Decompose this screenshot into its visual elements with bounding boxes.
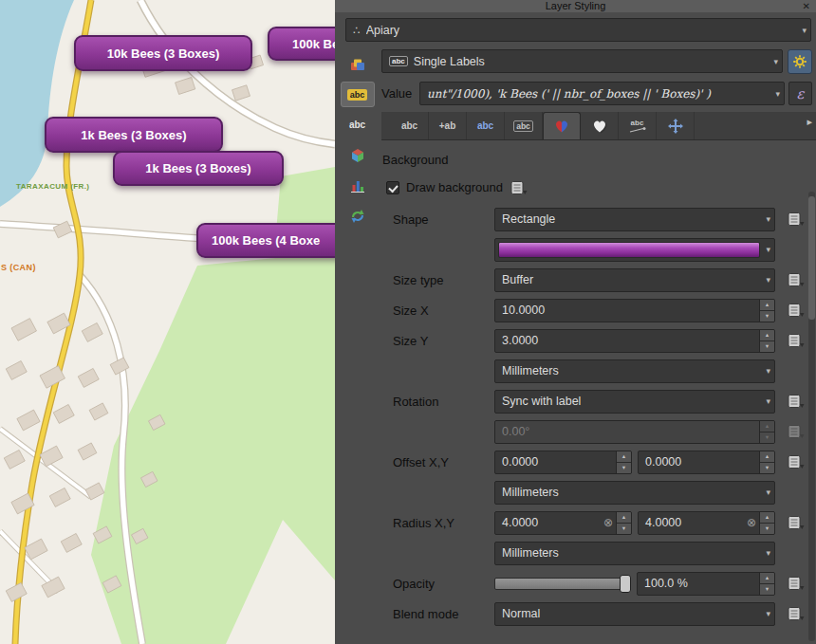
opacity-spinbox[interactable]: 100.0 % ▲ ▼ [637,572,775,596]
size-units-combobox[interactable]: Millimeters ▾ [494,359,775,383]
shape-label: Shape [393,212,483,227]
size-units-row: Millimeters ▾ [393,359,816,383]
blend-mode-combobox[interactable]: Normal ▾ [494,602,775,626]
size-y-label: Size Y [393,334,483,348]
spin-down-icon[interactable]: ▼ [760,311,774,322]
spin-down-icon[interactable]: ▼ [760,341,774,352]
spin-down-icon[interactable]: ▼ [760,584,774,595]
spin-up-icon[interactable]: ▲ [617,451,631,463]
chevron-down-icon: ▾ [762,396,770,406]
data-defined-override-button[interactable] [787,485,806,501]
expression-builder-button[interactable]: ε [788,82,812,105]
labels-icon: abc [347,89,368,101]
blend-mode-label: Blend mode [393,607,483,621]
size-type-label: Size type [393,273,483,287]
panel-title: Layer Styling [546,0,606,11]
opacity-slider[interactable] [494,572,631,596]
tab-text[interactable]: abc [391,112,429,139]
mask-tab-icon: abc [513,120,533,132]
3d-view-tab-button[interactable] [341,142,375,168]
data-defined-override-button[interactable] [787,576,806,592]
slider-track[interactable] [494,578,631,590]
size-type-combobox[interactable]: Buffer ▾ [494,268,775,292]
spin-down-icon[interactable]: ▼ [617,463,631,473]
tab-placement[interactable] [657,112,695,139]
fill-color-button[interactable]: ▾ [494,238,775,262]
tab-buffer[interactable]: abc [467,112,505,139]
expression-combobox[interactable]: unt"/1000), 'k Bees (' || nbr_of_boxes |… [419,82,785,105]
data-defined-override-button[interactable] [787,242,806,258]
label-bubble: 1k Bees (3 Boxes) [45,117,223,153]
history-tab-button[interactable] [341,203,375,229]
formatting-tab-icon: +ab [439,120,456,131]
layer-combobox[interactable]: ∴ Apiary ▾ [345,18,811,42]
spin-up-icon[interactable]: ▲ [760,300,774,311]
spin-up-icon[interactable]: ▲ [760,573,774,584]
tab-formatting[interactable]: +ab [429,112,467,139]
labels-content: abc Single Labels ▾ Value unt"/1000), 'k… [380,47,816,644]
chevron-down-icon: ▾ [770,57,778,66]
history-icon [350,209,365,224]
shape-combobox[interactable]: Rectangle ▾ [494,208,775,231]
spin-up-icon[interactable]: ▲ [760,330,774,341]
offset-x-spinbox[interactable]: 0.0000 ▲ ▼ [494,451,632,474]
data-defined-override-button[interactable] [787,394,806,410]
placement-tab-icon [667,118,684,135]
spin-down-icon[interactable]: ▼ [760,463,774,473]
scrollbar-thumb[interactable] [808,196,815,320]
spin-down-icon[interactable]: ▼ [617,524,631,534]
slider-handle[interactable] [620,575,631,593]
radius-units-combobox[interactable]: Millimeters ▾ [494,542,775,565]
offset-y-spinbox[interactable]: 0.0000 ▲ ▼ [638,451,775,474]
opacity-label: Opacity [393,577,483,591]
draw-background-row: Draw background [386,179,816,195]
value-label: Value [381,86,416,101]
tab-mask[interactable]: abc [505,112,543,139]
chevron-down-icon: ▾ [762,488,770,497]
data-defined-override-button[interactable] [787,212,806,228]
data-defined-override-button[interactable] [787,363,806,379]
tab-callouts[interactable]: abc [619,112,657,139]
data-defined-override-button[interactable] [787,515,806,531]
draw-background-checkbox[interactable] [386,181,399,194]
spin-up-icon[interactable]: ▲ [760,512,774,524]
data-defined-override-button[interactable] [787,545,806,561]
automated-placement-button[interactable] [788,49,812,74]
label-mode-combobox[interactable]: abc Single Labels ▾ [381,49,783,73]
clear-value-icon[interactable]: ⊗ [603,512,616,534]
clear-value-icon[interactable]: ⊗ [747,512,759,534]
size-y-spinbox[interactable]: 3.0000 ▲ ▼ [494,329,775,353]
tab-shadow[interactable] [581,112,619,139]
data-defined-override-button[interactable] [787,606,806,622]
rotation-mode-combobox[interactable]: Sync with label ▾ [494,390,775,414]
data-defined-override-button[interactable] [787,454,806,470]
spin-down-icon[interactable]: ▼ [760,524,774,534]
offset-units-row: Millimeters ▾ [393,480,816,505]
label-mode-row: abc Single Labels ▾ [381,49,812,74]
radius-x-spinbox[interactable]: 4.0000 ⊗ ▲ ▼ [494,511,632,535]
symbology-tab-button[interactable] [341,51,375,77]
tab-background[interactable] [543,112,581,139]
close-icon[interactable]: ✕ [803,0,810,12]
water-area [0,0,74,207]
layer-selector-row: ∴ Apiary ▾ [345,18,811,42]
data-defined-override-button[interactable] [787,272,806,288]
tab-scroll-right-icon[interactable]: ▸ [807,116,812,128]
size-x-spinbox[interactable]: 10.0000 ▲ ▼ [494,299,775,322]
spin-up-icon[interactable]: ▲ [617,512,631,524]
map-canvas[interactable]: TARAXACUM (FR.) S (CAN) 10k Bees (3 Boxe… [0,0,335,644]
data-defined-override-button[interactable] [787,333,806,349]
masks-tab-button[interactable]: abc [341,112,375,138]
diagrams-tab-button[interactable] [341,173,375,198]
offset-units-combobox[interactable]: Millimeters ▾ [494,481,775,505]
buffer-tab-icon: abc [477,120,493,131]
diagram-icon [350,178,365,193]
color-swatch [498,242,760,258]
labels-tab-button[interactable]: abc [341,82,375,107]
rotation-angle-spinbox: 0.00° ▲ ▼ [494,420,775,444]
spin-up-icon[interactable]: ▲ [760,451,774,463]
data-defined-override-button[interactable] [510,179,529,195]
panel-scrollbar[interactable] [808,192,815,641]
radius-y-spinbox[interactable]: 4.0000 ⊗ ▲ ▼ [638,511,775,535]
data-defined-override-button[interactable] [787,303,806,319]
